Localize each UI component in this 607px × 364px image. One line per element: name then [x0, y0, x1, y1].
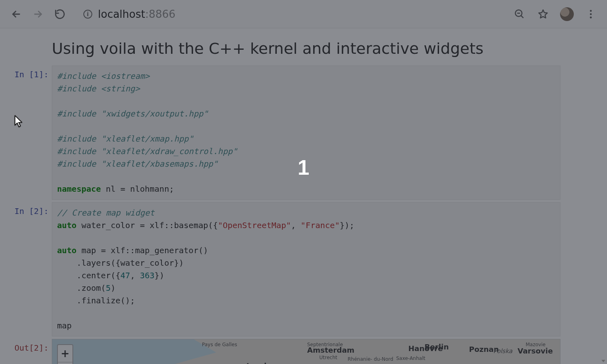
- url-host: localhost: [98, 8, 145, 20]
- svg-point-4: [590, 13, 592, 15]
- address-bar[interactable]: i localhost:8866: [75, 8, 504, 20]
- site-info-icon[interactable]: i: [83, 10, 92, 19]
- overlay-counter: 1: [298, 155, 310, 180]
- input-prompt-1: In [1]:: [12, 66, 52, 200]
- map-zoom-in-button[interactable]: +: [58, 345, 72, 362]
- leaflet-map[interactable]: Pays de Galles Londres Île de Wight Zuid…: [52, 339, 560, 364]
- map-label: Londres: [246, 362, 279, 364]
- map-label: Utrecht: [319, 355, 337, 360]
- code-area-2[interactable]: // Create map widget auto water_color = …: [52, 202, 560, 336]
- forward-button[interactable]: [32, 8, 45, 21]
- map-label: Saxe-Anhalt: [396, 356, 425, 361]
- map-label: Varsovie: [518, 347, 553, 355]
- svg-point-5: [590, 16, 592, 18]
- svg-line-2: [521, 15, 524, 18]
- url-port: :8866: [145, 8, 176, 20]
- output-cell-2: Out[2]: Pays de Galles Londres Île de Wi…: [12, 339, 560, 364]
- profile-avatar[interactable]: [560, 7, 574, 21]
- url-text: localhost:8866: [98, 8, 176, 20]
- page-title: Using voila with the C++ kernel and inte…: [12, 28, 560, 66]
- output-prompt-2: Out[2]:: [12, 339, 52, 364]
- svg-point-3: [590, 10, 592, 12]
- scrollbar-down-icon[interactable]: [601, 358, 606, 363]
- notebook: Using voila with the C++ kernel and inte…: [12, 28, 560, 364]
- zoom-icon[interactable]: [513, 8, 526, 21]
- reload-button[interactable]: [53, 8, 66, 21]
- code-area-1[interactable]: #include <iostream> #include <string> #i…: [52, 66, 560, 200]
- code-cell-1: In [1]: #include <iostream> #include <st…: [12, 66, 560, 200]
- star-icon[interactable]: [537, 8, 550, 21]
- map-label: Berlin: [424, 343, 449, 351]
- input-prompt-2: In [2]:: [12, 202, 52, 336]
- kebab-menu-icon[interactable]: [584, 8, 597, 21]
- map-label: Polska: [493, 347, 512, 355]
- browser-toolbar: i localhost:8866: [0, 0, 607, 28]
- page-viewport[interactable]: Using voila with the C++ kernel and inte…: [0, 28, 607, 364]
- map-zoom-out-button[interactable]: −: [58, 362, 72, 364]
- map-zoom-control: + −: [57, 344, 73, 364]
- code-cell-2: In [2]: // Create map widget auto water_…: [12, 202, 560, 336]
- map-label: Amsterdam: [307, 346, 354, 354]
- map-label: Rhénanie- du-Nord: [348, 356, 393, 362]
- map-label: Pays de Galles: [202, 342, 237, 347]
- back-button[interactable]: [10, 8, 23, 21]
- chrome-right-icons: [513, 7, 597, 21]
